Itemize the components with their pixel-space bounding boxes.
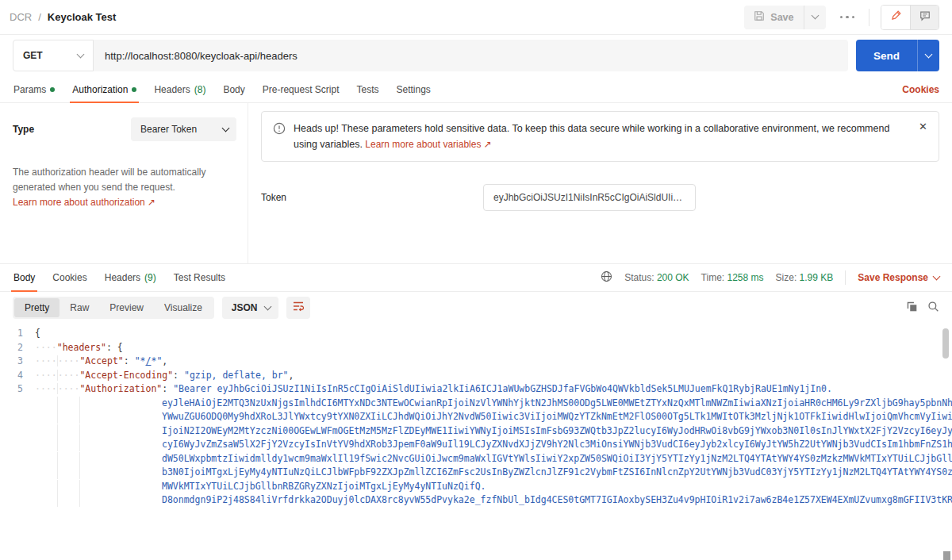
copy-icon (906, 301, 918, 316)
line-number: 3 (0, 355, 35, 369)
tab-tests[interactable]: Tests (347, 76, 387, 102)
time-badge: Time: 1258 ms (701, 272, 764, 283)
save-label: Save (770, 12, 793, 23)
globe-icon[interactable] (601, 270, 612, 285)
token-continuation: dW50LWxpbmtzIiwidmlldy1wcm9maWxlIl19fSwi… (162, 453, 952, 464)
token-input[interactable] (483, 184, 696, 211)
send-button[interactable]: Send (856, 40, 917, 71)
code-line: 4········"Accept-Encoding": "gzip, defla… (0, 369, 952, 383)
status-value: 200 OK (657, 272, 689, 283)
view-tab-pretty[interactable]: Pretty (14, 298, 60, 317)
token-continuation: YWwuZGU6ODQ0My9hdXRoL3JlYWxtcy9tYXN0ZXIi… (162, 411, 952, 422)
breadcrumb-collection[interactable]: DCR (10, 11, 32, 23)
code-line: 5········"Authorization": "Bearer eyJhbG… (0, 382, 952, 397)
edit-request-button[interactable] (881, 6, 910, 29)
request-tabs: ParamsAuthorizationHeaders(8)BodyPre-req… (0, 76, 952, 103)
breadcrumb-separator: / (38, 11, 41, 23)
save-button-group: Save (744, 6, 825, 29)
chevron-down-icon (222, 124, 230, 132)
save-response-button[interactable]: Save Response (858, 272, 939, 283)
send-dropdown-button[interactable] (917, 40, 939, 71)
format-value: JSON (232, 302, 258, 313)
breadcrumb-request-name[interactable]: Keycloak Test (48, 11, 116, 23)
code-line: MWVkMTIxYTUiLCJjbGllbnRBZGRyZXNzIjoiMTgx… (0, 480, 952, 494)
response-tab-body[interactable]: Body (5, 264, 44, 291)
time-label: Time: (701, 272, 725, 283)
warning-circle-icon (273, 122, 286, 152)
token-label: Token (261, 192, 483, 203)
response-tab-headers[interactable]: Headers(9) (96, 264, 165, 291)
time-value: 1258 ms (727, 272, 764, 283)
tab-params[interactable]: Params (5, 76, 63, 102)
method-select[interactable]: GET (13, 40, 94, 71)
banner-link[interactable]: Learn more about variables ↗ (365, 139, 491, 150)
line-number: 4 (0, 369, 35, 383)
auth-type-select[interactable]: Bearer Token (131, 117, 236, 141)
token-continuation: D8onmdgn9iP2j48S84liVrfdrkka2ODuyj0lcDAX… (162, 494, 952, 505)
banner-close-button[interactable]: ✕ (919, 121, 927, 152)
view-tab-preview[interactable]: Preview (99, 298, 154, 317)
line-number: 2 (0, 341, 35, 355)
scrollbar-thumb[interactable] (942, 328, 949, 359)
banner-text: Heads up! These parameters hold sensitiv… (294, 121, 911, 152)
code-line: eyJleHAiOjE2MTQ3NzUxNjgsImlhdCI6MTYxNDc3… (0, 397, 952, 411)
topbar: DCR / Keycloak Test Save (0, 0, 952, 35)
response-body: 1{2····"headers": {3········"Accept": "*… (0, 324, 952, 560)
auth-help-text: The authorization header will be automat… (13, 165, 236, 195)
send-button-group: Send (856, 40, 939, 71)
status-badge: Status: 200 OK (624, 272, 689, 283)
url-input[interactable]: http://localhost:8080/keycloak-api/heade… (94, 40, 848, 71)
copy-button[interactable] (906, 301, 918, 316)
pencil-icon (890, 10, 902, 25)
tab-settings[interactable]: Settings (388, 76, 440, 102)
tab-headers[interactable]: Headers(8) (145, 76, 214, 102)
topbar-divider (869, 9, 869, 26)
line-number: 5 (0, 382, 35, 397)
size-label: Size: (776, 272, 797, 283)
more-actions-button[interactable] (837, 16, 858, 19)
token-continuation: IjoiN2I2OWEyM2MtYzczNi00OGEwLWFmOGEtMzM5… (162, 425, 952, 436)
response-tabs: BodyCookiesHeaders(9)Test Results Status… (0, 264, 952, 292)
response-view-bar: PrettyRawPreviewVisualize JSON (0, 292, 952, 324)
tab-body[interactable]: Body (214, 76, 253, 102)
view-tab-raw[interactable]: Raw (60, 298, 99, 317)
save-dropdown-button[interactable] (804, 6, 826, 29)
comments-button[interactable] (910, 6, 939, 29)
code-lines: 1{2····"headers": {3········"Accept": "*… (0, 327, 952, 508)
response-tab-test-results[interactable]: Test Results (165, 264, 234, 291)
sensitive-data-banner: Heads up! These parameters hold sensitiv… (261, 111, 939, 162)
breadcrumb: DCR / Keycloak Test (10, 11, 116, 23)
code-line: YWwuZGU6ODQ0My9hdXRoL3JlYWxtcy9tYXN0ZXIi… (0, 410, 952, 424)
close-icon: ✕ (919, 121, 927, 132)
more-dots-icon (840, 16, 843, 19)
status-label: Status: (624, 272, 654, 283)
wrap-lines-button[interactable] (286, 297, 310, 319)
send-label: Send (873, 50, 900, 62)
edit-comment-group (881, 5, 939, 30)
code-line: 2····"headers": { (0, 341, 952, 355)
chevron-down-icon (77, 50, 85, 58)
auth-type-sidebar: Type Bearer Token The authorization head… (0, 103, 248, 263)
tab-pre-request-script[interactable]: Pre-request Script (254, 76, 348, 102)
view-tabs: PrettyRawPreviewVisualize (13, 297, 214, 319)
response-tab-cookies[interactable]: Cookies (44, 264, 95, 291)
type-label: Type (13, 124, 34, 135)
chevron-down-icon (925, 50, 933, 58)
code-line: 1{ (0, 327, 952, 341)
chevron-down-icon (263, 302, 271, 310)
token-continuation: eyJleHAiOjE2MTQ3NzUxNjgsImlhdCI6MTYxNDc3… (162, 397, 952, 408)
line-number: 1 (0, 327, 35, 341)
code-line: D8onmdgn9iP2j48S84liVrfdrkka2ODuyj0lcDAX… (0, 493, 952, 508)
tab-authorization[interactable]: Authorization (63, 76, 145, 102)
auth-help-link[interactable]: Learn more about authorization ↗ (13, 195, 236, 210)
response-section: BodyCookiesHeaders(9)Test Results Status… (0, 263, 952, 324)
save-button[interactable]: Save (744, 6, 803, 29)
response-meta: Status: 200 OK Time: 1258 ms Size: 1.99 … (601, 264, 939, 291)
count-badge: (8) (194, 84, 206, 95)
auth-type-value: Bearer Token (140, 124, 197, 135)
search-button[interactable] (927, 301, 939, 316)
format-select[interactable]: JSON (222, 297, 278, 319)
view-tab-visualize[interactable]: Visualize (154, 298, 213, 317)
token-continuation: MWVkMTIxYTUiLCJjbGllbnRBZGRyZXNzIjoiMTgx… (162, 481, 486, 492)
cookies-link[interactable]: Cookies (902, 76, 939, 102)
